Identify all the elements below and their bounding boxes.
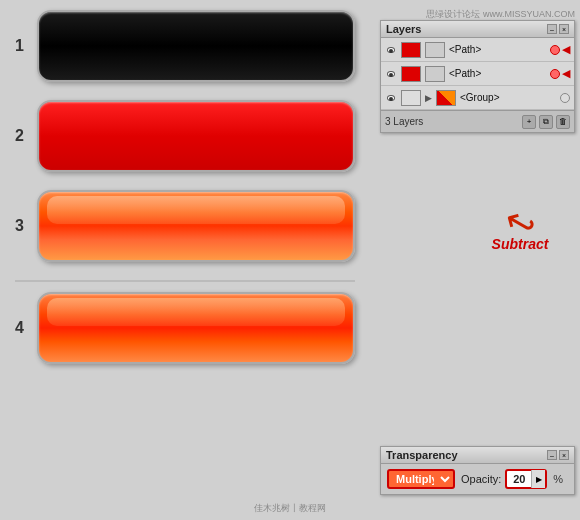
group-expand-icon[interactable]: ▶	[425, 93, 432, 103]
step-4-number: 4	[15, 319, 37, 337]
step-3-row: 3	[15, 190, 355, 262]
opacity-label: Opacity:	[461, 473, 501, 485]
layers-titlebar: Layers – ×	[381, 21, 574, 38]
layer-name-0: <Path>	[447, 44, 550, 55]
transparency-controls: Multiply Normal Screen Overlay Opacity: …	[381, 464, 574, 494]
layers-row-0[interactable]: <Path> ◀	[381, 38, 574, 62]
eye-icon-1[interactable]	[383, 66, 399, 82]
opacity-increase-button[interactable]: ▶	[531, 470, 545, 488]
eye-dot-2	[387, 95, 395, 101]
layer-arrow-0: ◀	[562, 43, 570, 56]
layer-name-2: <Group>	[458, 92, 560, 103]
layer-thumb-0	[401, 42, 421, 58]
layer-radio-1[interactable]	[550, 69, 560, 79]
layers-minimize-button[interactable]: –	[547, 24, 557, 34]
layers-panel: Layers – × <Path> ◀ <Path>	[380, 20, 575, 133]
transparency-titlebar: Transparency – ×	[381, 447, 574, 464]
layer-mask-thumb-1	[425, 66, 445, 82]
transparency-panel: Transparency – × Multiply Normal Screen …	[380, 446, 575, 495]
blend-mode-select[interactable]: Multiply Normal Screen Overlay	[387, 469, 455, 489]
step-3-number: 3	[15, 217, 37, 235]
layers-title: Layers	[386, 23, 421, 35]
step-2-button	[37, 100, 355, 172]
eye-icon-2[interactable]	[383, 90, 399, 106]
bottom-watermark: 佳木兆树丨教程网	[254, 502, 326, 515]
eye-icon-0[interactable]	[383, 42, 399, 58]
opacity-input[interactable]	[507, 473, 531, 485]
step-3-button	[37, 190, 355, 262]
layer-name-1: <Path>	[447, 68, 550, 79]
layers-panel-controls: – ×	[547, 24, 569, 34]
opacity-percent: %	[553, 473, 563, 485]
layers-footer: 3 Layers + ⧉ 🗑	[381, 110, 574, 132]
layers-row-2[interactable]: ▶ <Group>	[381, 86, 574, 110]
layers-duplicate-button[interactable]: ⧉	[539, 115, 553, 129]
transparency-title: Transparency	[386, 449, 458, 461]
layer-mask-thumb-0	[425, 42, 445, 58]
opacity-value-container: ▶	[505, 469, 547, 489]
layers-new-button[interactable]: +	[522, 115, 536, 129]
step-4-button	[37, 292, 355, 364]
eye-dot-1	[387, 71, 395, 77]
right-panel: 思绿设计论坛 www.MISSYUAN.COM Layers – × <Path…	[370, 0, 580, 520]
layer-thumb-1	[401, 66, 421, 82]
layers-delete-button[interactable]: 🗑	[556, 115, 570, 129]
transparency-minimize-button[interactable]: –	[547, 450, 557, 460]
step-4-row: 4	[15, 292, 355, 364]
layers-close-button[interactable]: ×	[559, 24, 569, 34]
step-1-button	[37, 10, 355, 82]
transparency-panel-controls: – ×	[547, 450, 569, 460]
transparency-close-button[interactable]: ×	[559, 450, 569, 460]
step-2-number: 2	[15, 127, 37, 145]
layers-row-1[interactable]: <Path> ◀	[381, 62, 574, 86]
step-2-row: 2	[15, 100, 355, 172]
left-panel: 1 2 3 4	[0, 0, 370, 520]
layer-radio-2[interactable]	[560, 93, 570, 103]
step-1-number: 1	[15, 37, 37, 55]
subtract-area: ↩ Subtract	[470, 205, 570, 252]
layer-radio-0[interactable]	[550, 45, 560, 55]
layer-thumb-group	[436, 90, 456, 106]
layer-thumb-2	[401, 90, 421, 106]
eye-dot-0	[387, 47, 395, 53]
divider	[15, 280, 355, 282]
layers-footer-icons: + ⧉ 🗑	[522, 115, 570, 129]
layer-arrow-1: ◀	[562, 67, 570, 80]
step-1-row: 1	[15, 10, 355, 82]
layers-count: 3 Layers	[385, 116, 522, 127]
